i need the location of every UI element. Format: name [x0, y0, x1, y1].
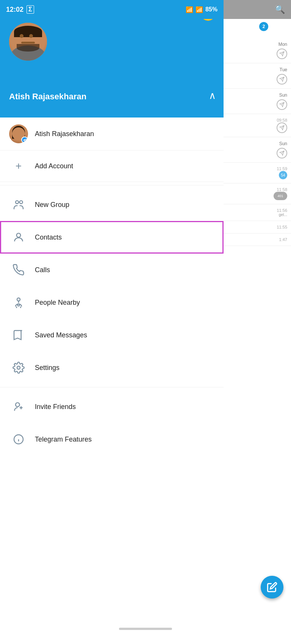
settings-label: Settings	[35, 364, 59, 372]
nav-icon-sun1	[277, 99, 287, 110]
menu-item-people-nearby[interactable]: People Nearby	[0, 286, 224, 319]
avatar-hair	[14, 26, 42, 37]
telegram-features-icon	[13, 433, 25, 445]
status-bar-right: 📶 📶 85%	[186, 6, 217, 13]
account-avatar	[9, 124, 28, 143]
new-group-icon-wrap	[9, 195, 28, 214]
nav-icon-mon	[277, 49, 287, 59]
invite-friends-icon	[13, 401, 25, 413]
svg-point-18	[16, 403, 20, 407]
add-account-label: Add Account	[35, 162, 73, 170]
menu-divider-2	[0, 387, 224, 387]
group-icon	[13, 199, 25, 211]
avatar-face	[9, 23, 47, 61]
settings-icon	[13, 362, 25, 374]
saved-messages-label: Saved Messages	[35, 331, 87, 339]
chat-time-1158: 11:58	[277, 187, 287, 192]
chat-item-tue: Tue	[224, 63, 291, 89]
search-icon-bg[interactable]: 🔍	[275, 5, 285, 14]
chat-time-1155: 11:55	[277, 225, 287, 229]
nav-icon-0958	[277, 122, 287, 133]
navigation-drawer: 🌙 Atish Rajasekharan ∧ Atish Rajasekhara…	[0, 0, 224, 644]
header-chevron-icon[interactable]: ∧	[209, 90, 216, 102]
reading-badge: 2	[259, 22, 268, 31]
people-nearby-icon-wrap	[9, 293, 28, 312]
new-group-label: New Group	[35, 201, 69, 209]
signal-icon: 📶	[196, 6, 203, 13]
people-nearby-label: People Nearby	[35, 299, 80, 307]
add-account-item[interactable]: + Add Account	[0, 150, 224, 182]
wifi-icon: 📶	[186, 6, 193, 13]
settings-icon-wrap	[9, 358, 28, 377]
svg-point-13	[17, 298, 20, 301]
people-nearby-icon	[13, 296, 25, 309]
time-display: 12:02	[6, 6, 23, 14]
svg-point-12	[17, 233, 21, 237]
chat-badge-401: 401	[274, 192, 287, 200]
telegram-features-icon-wrap	[9, 430, 28, 449]
menu-item-telegram-features[interactable]: Telegram Features	[0, 423, 224, 456]
menu-divider-1	[0, 185, 224, 185]
svg-point-17	[17, 366, 20, 369]
chat-item-147: 1:47	[224, 233, 291, 246]
contacts-icon-wrap	[9, 228, 28, 247]
telegram-features-label: Telegram Features	[35, 436, 92, 443]
menu-item-invite-friends[interactable]: Invite Friends	[0, 390, 224, 423]
sim-icon: Σ	[27, 5, 34, 14]
header-username: Atish Rajasekharan	[9, 92, 86, 102]
account-section[interactable]: Atish Rajasekharan	[0, 118, 224, 150]
nav-icon-tue	[277, 74, 287, 85]
svg-point-10	[16, 201, 19, 204]
calls-icon-wrap	[9, 260, 28, 279]
menu-item-contacts[interactable]: Contacts	[0, 221, 224, 254]
chat-badge-54: 54	[279, 171, 287, 179]
chat-extra-1156: get...	[279, 213, 287, 217]
menu-item-new-group[interactable]: New Group	[0, 188, 224, 221]
header-avatar	[9, 23, 47, 61]
calls-label: Calls	[35, 266, 50, 274]
chat-time-147: 1:47	[279, 237, 287, 242]
avatar-beard	[17, 44, 39, 52]
calls-icon	[13, 264, 25, 276]
menu-item-calls[interactable]: Calls	[0, 254, 224, 286]
bottom-navigation-bar	[0, 614, 291, 644]
status-bar: 12:02 Σ 📶 📶 85%	[0, 0, 224, 19]
account-name: Atish Rajasekharan	[35, 130, 94, 138]
battery-display: 85%	[205, 6, 217, 13]
chat-item-sun2: Sun	[224, 137, 291, 163]
chat-item-1156: 11:56 get...	[224, 204, 291, 221]
avatar-eyes	[20, 34, 23, 38]
saved-messages-icon	[13, 329, 25, 341]
chat-item-mon: Mon	[224, 38, 291, 63]
compose-fab-button[interactable]	[261, 576, 283, 599]
chat-item-1155: 11:55	[224, 221, 291, 233]
invite-friends-icon-wrap	[9, 397, 28, 416]
drawer-menu: Atish Rajasekharan + Add Account New Gro…	[0, 118, 224, 644]
invite-friends-label: Invite Friends	[35, 403, 76, 411]
avatar-mouth	[21, 42, 35, 44]
plus-icon-wrap: +	[9, 157, 28, 175]
bottom-handle	[119, 628, 172, 630]
right-chat-column: Mon Tue Sun 09:58 Sun 11:59 54 11	[224, 38, 291, 246]
verified-badge	[21, 136, 28, 143]
plus-icon: +	[16, 160, 22, 172]
chat-day-tue: Tue	[280, 67, 287, 72]
contacts-icon	[13, 231, 25, 243]
chat-day-sun1: Sun	[279, 92, 287, 98]
status-bar-left: 12:02 Σ	[6, 5, 34, 14]
chat-day-mon: Mon	[278, 42, 287, 47]
svg-point-11	[20, 201, 23, 204]
chat-time-1159: 11:59	[277, 166, 287, 171]
chat-item-sun1: Sun	[224, 89, 291, 114]
menu-item-settings[interactable]: Settings	[0, 351, 224, 384]
chat-day-sun2: Sun	[279, 141, 287, 146]
pencil-icon	[267, 582, 277, 592]
saved-messages-icon-wrap	[9, 326, 28, 345]
chat-item-0958: 09:58	[224, 114, 291, 137]
contacts-label: Contacts	[35, 233, 62, 241]
chat-item-1159: 11:59 54	[224, 163, 291, 183]
status-bar-bg-right: 🔍	[224, 0, 291, 19]
chat-time-1156: 11:56	[277, 208, 287, 213]
menu-item-saved-messages[interactable]: Saved Messages	[0, 319, 224, 351]
nav-icon-sun2	[277, 148, 287, 158]
